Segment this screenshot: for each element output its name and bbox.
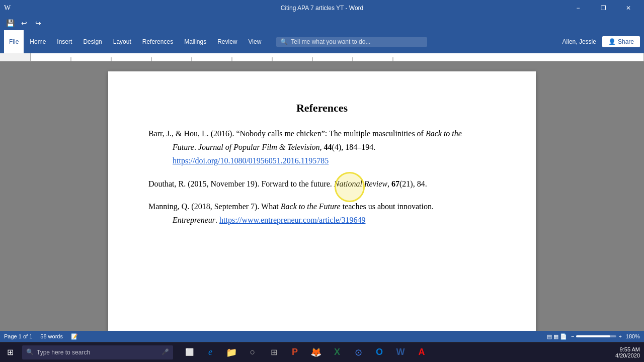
tab-references[interactable]: References bbox=[137, 30, 178, 53]
file-explorer-button[interactable]: 📁 bbox=[221, 342, 242, 363]
outlook-button[interactable]: O bbox=[369, 342, 389, 363]
edge-button[interactable]: e bbox=[200, 342, 220, 363]
windows-icon: ⊞ bbox=[7, 347, 14, 357]
ruler-inner bbox=[30, 53, 644, 61]
ribbon: File Home Insert Design Layout Reference… bbox=[0, 30, 644, 53]
date-display: 4/20/2020 bbox=[615, 352, 640, 358]
taskbar-search-input[interactable] bbox=[37, 349, 158, 356]
zoom-slider[interactable] bbox=[576, 335, 616, 337]
tab-insert[interactable]: Insert bbox=[52, 30, 77, 53]
redo-button[interactable]: ↪ bbox=[32, 17, 44, 29]
start-button[interactable]: ⊞ bbox=[0, 342, 20, 363]
status-left: Page 1 of 1 58 words 📝 bbox=[4, 333, 78, 340]
ref1-line1: Barr, J., & Hou, L. (2016). “Nobody call… bbox=[148, 127, 496, 140]
ruler bbox=[0, 53, 644, 61]
word-count: 58 words bbox=[40, 333, 63, 339]
tab-view[interactable]: View bbox=[244, 30, 267, 53]
restore-button[interactable]: ❐ bbox=[592, 0, 615, 16]
view-icons: ▤ ▦ 📄 bbox=[547, 333, 567, 340]
acrobat-button[interactable]: A bbox=[412, 342, 432, 363]
share-icon: 👤 bbox=[608, 38, 616, 45]
chrome-button[interactable]: ⊙ bbox=[348, 342, 368, 363]
taskbar-search-box[interactable]: 🔍 🎤 bbox=[22, 345, 173, 359]
ribbon-search-box[interactable]: 🔍 bbox=[276, 37, 427, 47]
share-button[interactable]: 👤 Share bbox=[602, 36, 640, 47]
zoom-fill bbox=[576, 335, 610, 337]
clock: 9:55 AM 4/20/2020 bbox=[615, 346, 640, 358]
task-view-button[interactable]: ⬜ bbox=[179, 342, 199, 363]
status-bar: Page 1 of 1 58 words 📝 ▤ ▦ 📄 − + 180% bbox=[0, 331, 644, 342]
tab-home[interactable]: Home bbox=[25, 30, 51, 53]
tab-review[interactable]: Review bbox=[212, 30, 242, 53]
tab-mailings[interactable]: Mailings bbox=[179, 30, 211, 53]
reference-entry-3: Manning, Q. (2018, September 7). What Ba… bbox=[148, 200, 496, 227]
page-title: References bbox=[148, 102, 496, 115]
firefox-button[interactable]: 🦊 bbox=[306, 342, 326, 363]
ref3-link[interactable]: https://www.entrepreneur.com/article/319… bbox=[219, 216, 365, 224]
document-page[interactable]: References Barr, J., & Hou, L. (2016). “… bbox=[108, 71, 536, 331]
ref1-link[interactable]: https://doi.org/10.1080/01956051.2016.11… bbox=[173, 156, 329, 165]
ribbon-right: Allen, Jessie 👤 Share bbox=[562, 36, 640, 47]
search-icon: 🔍 bbox=[280, 38, 288, 46]
tab-design[interactable]: Design bbox=[78, 30, 107, 53]
taskbar: ⊞ 🔍 🎤 ⬜ e 📁 ○ ⊞ P 🦊 X ⊙ O W A 9:55 AM 4/… bbox=[0, 342, 644, 362]
time-display: 9:55 AM bbox=[615, 346, 640, 352]
ref2-line1: Douthat, R. (2015, November 19). Forward… bbox=[148, 177, 496, 191]
tab-file[interactable]: File bbox=[4, 30, 24, 53]
ref3-line1: Manning, Q. (2018, September 7). What Ba… bbox=[148, 200, 496, 213]
ribbon-tabs: File Home Insert Design Layout Reference… bbox=[4, 30, 266, 53]
ribbon-search-input[interactable] bbox=[291, 38, 423, 45]
taskbar-search-icon: 🔍 bbox=[26, 348, 34, 356]
microphone-icon: 🎤 bbox=[162, 348, 169, 356]
user-name: Allen, Jessie bbox=[562, 38, 596, 45]
excel-button[interactable]: X bbox=[327, 342, 347, 363]
proofing-icon: 📝 bbox=[71, 333, 78, 340]
document-area: References Barr, J., & Hou, L. (2016). “… bbox=[0, 61, 644, 331]
word-logo-icon: W bbox=[4, 4, 11, 12]
cortana-button[interactable]: ○ bbox=[243, 342, 263, 363]
title-bar: W Citing APA 7 articles YT - Word − ❐ ✕ bbox=[0, 0, 644, 16]
word-button[interactable]: W bbox=[390, 342, 411, 363]
reference-entry-1: Barr, J., & Hou, L. (2016). “Nobody call… bbox=[148, 127, 496, 168]
tab-layout[interactable]: Layout bbox=[108, 30, 136, 53]
window-title: Citing APA 7 articles YT - Word bbox=[281, 5, 364, 12]
page-count: Page 1 of 1 bbox=[4, 333, 32, 339]
powerpoint-button[interactable]: P bbox=[285, 342, 305, 363]
taskbar-icons: ⬜ e 📁 ○ ⊞ P 🦊 X ⊙ O W A bbox=[179, 342, 432, 363]
zoom-bar: − + bbox=[571, 333, 622, 339]
save-button[interactable]: 💾 bbox=[4, 17, 16, 29]
zoom-level: 180% bbox=[626, 333, 640, 339]
close-button[interactable]: ✕ bbox=[617, 0, 640, 16]
taskbar-right: 9:55 AM 4/20/2020 bbox=[615, 346, 644, 358]
status-right: ▤ ▦ 📄 − + 180% bbox=[547, 333, 640, 340]
reference-entry-2: Douthat, R. (2015, November 19). Forward… bbox=[148, 177, 496, 191]
quick-access-toolbar: 💾 ↩ ↪ bbox=[0, 16, 644, 30]
minimize-button[interactable]: − bbox=[567, 0, 590, 16]
apps-button[interactable]: ⊞ bbox=[264, 342, 284, 363]
undo-button[interactable]: ↩ bbox=[18, 17, 30, 29]
